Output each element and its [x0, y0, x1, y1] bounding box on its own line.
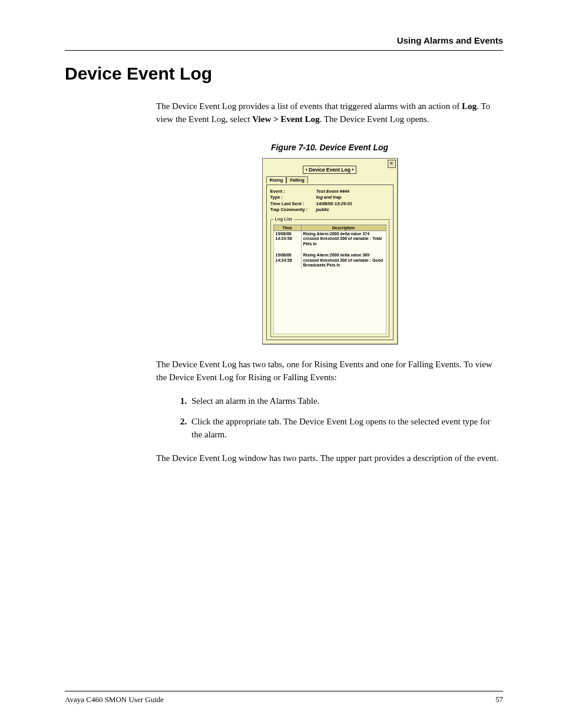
dialog-title: • Device Event Log • — [303, 166, 357, 174]
step-number-1: 1. — [173, 395, 187, 408]
dialog-tabs: Rising Falling — [266, 176, 394, 183]
intro-paragraph: The Device Event Log provides a list of … — [156, 100, 503, 126]
numbered-steps: 1. Select an alarm in the Alarms Table. … — [156, 395, 503, 442]
closing-paragraph: The Device Event Log window has two part… — [156, 452, 503, 465]
device-event-log-dialog: × • Device Event Log • Rising Falling Ev… — [262, 158, 398, 345]
log-list-frame: Log List Time Description — [270, 219, 389, 338]
intro-text-e: . The Device Event Log opens. — [320, 114, 429, 124]
log-empty-area — [273, 269, 386, 334]
step-1-text: Select an alarm in the Alarms Table. — [191, 395, 319, 408]
tab-rising[interactable]: Rising — [266, 176, 287, 183]
step-2-text: Click the appropriate tab. The Device Ev… — [191, 416, 503, 442]
event-value: Test Event 4444 — [316, 189, 349, 195]
col-time: Time — [273, 225, 301, 230]
page-footer: Avaya C460 SMON User Guide 57 — [65, 691, 503, 704]
trap-community-value: public — [316, 207, 329, 213]
row1-date: 15/08/00 — [276, 253, 292, 257]
section-heading: Device Event Log — [65, 64, 503, 84]
row0-date: 15/08/00 — [276, 232, 292, 236]
footer-doc-title: Avaya C460 SMON User Guide — [65, 695, 164, 704]
col-description: Description — [301, 225, 386, 230]
intro-bold-log: Log — [462, 101, 477, 111]
table-row: 15/08/00 14:24:58 Rising Alarm:2000 delt… — [273, 252, 386, 269]
list-item: 2. Click the appropriate tab. The Device… — [173, 416, 503, 442]
table-spacer — [273, 248, 386, 252]
list-item: 1. Select an alarm in the Alarms Table. — [173, 395, 503, 408]
tab-falling[interactable]: Falling — [286, 176, 308, 183]
type-value: log and trap — [316, 195, 342, 201]
dialog-title-wrap: • Device Event Log • — [266, 167, 394, 173]
trap-community-label: Trap Community : — [270, 207, 316, 213]
log-list-legend: Log List — [273, 216, 294, 222]
footer-page-number: 57 — [495, 695, 503, 704]
tabs-explanation: The Device Event Log has two tabs, one f… — [156, 358, 503, 384]
tab-panel: Event :Test Event 4444 Type :log and tra… — [266, 185, 394, 341]
table-row: 15/08/00 14:24:58 Rising Alarm:2000 delt… — [273, 230, 386, 248]
time-last-sent-label: Time Last Sent : — [270, 201, 316, 207]
type-label: Type : — [270, 195, 316, 201]
row0-desc: Rising Alarm:2000 delta value 374 crosse… — [301, 230, 386, 248]
intro-bold-menu: View > Event Log — [252, 114, 319, 124]
footer-rule — [65, 691, 503, 691]
row1-desc: Rising Alarm:2000 delta value 389 crosse… — [301, 252, 386, 269]
step-number-2: 2. — [173, 416, 187, 442]
time-last-sent-value: 14/08/00 13:29:01 — [316, 201, 352, 207]
figure-caption: Figure 7-10. Device Event Log — [156, 143, 503, 152]
header-rule — [65, 50, 503, 51]
event-label: Event : — [270, 189, 316, 195]
row1-time: 14:24:58 — [276, 258, 292, 262]
page-header-section: Using Alarms and Events — [65, 35, 503, 45]
log-table: Time Description 15/08/00 14:24:58 — [273, 225, 386, 269]
intro-text-a: The Device Event Log provides a list of … — [156, 101, 462, 111]
row0-time: 14:24:58 — [276, 236, 292, 241]
close-icon[interactable]: × — [388, 160, 396, 168]
figure-image: × • Device Event Log • Rising Falling Ev… — [156, 158, 503, 345]
